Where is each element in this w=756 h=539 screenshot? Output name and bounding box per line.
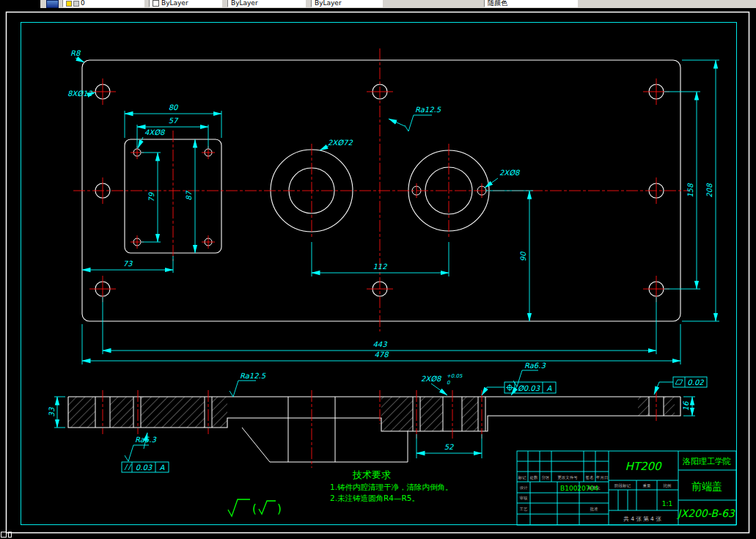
tolerance-upper: +0.05 (447, 373, 463, 379)
sheet-info: 共 4 张 第 4 张 (623, 516, 661, 522)
dim-text: 87 (185, 190, 193, 200)
sheet-border (7, 12, 749, 533)
dim-text: 80 (169, 103, 179, 111)
layer-combo-value: 0 (81, 0, 85, 7)
label-check: 审核 (520, 496, 529, 500)
linetype-combo[interactable]: ByLayer (227, 0, 306, 7)
dim-87: 87 (185, 139, 195, 253)
section-view: 33 16 52 2XØ8 +0.05 0 (48, 362, 707, 472)
drawing-number: JX200-B-63 (676, 507, 735, 519)
section-hatch (68, 397, 675, 431)
flatness-tolerance-frame: 0.02 (654, 377, 707, 395)
plotstyle-combo-value: 随颜色 (488, 0, 507, 7)
section-lower-boss (242, 428, 408, 462)
roughness-icon (125, 445, 149, 461)
dim-text: 33 (48, 407, 56, 417)
flatness-symbol-icon (675, 380, 683, 384)
label-4xd8: 4XØ8 (138, 128, 166, 148)
dim-text: 4XØ8 (144, 128, 166, 136)
dim-text: 208 (705, 183, 713, 198)
position-tolerance-frame: Ø0.03 A (482, 382, 556, 395)
dim-33: 33 (48, 397, 65, 428)
color-combo[interactable]: ByLayer (149, 0, 222, 7)
main-view: 80 57 4XØ8 79 87 7 (67, 48, 719, 364)
dim-text: 2XØ8 (421, 375, 442, 383)
dim-text: 443 (373, 340, 387, 348)
app-icon (46, 0, 59, 8)
roughness-icon (259, 501, 276, 514)
dim-text: 112 (373, 263, 387, 271)
cad-canvas[interactable]: 80 57 4XØ8 79 87 7 (0, 0, 756, 539)
label-approve: 批准 (590, 507, 599, 512)
position-symbol-icon (506, 384, 513, 392)
layer-state-icon (66, 1, 72, 7)
roughness-text: Ra6.3 (524, 362, 546, 370)
label-sign: 签名 (586, 475, 594, 480)
part-name: 前端盖 (691, 480, 722, 492)
general-roughness-mark: ( ) (228, 499, 282, 516)
roughness-ra125-section: Ra12.5 (230, 372, 266, 397)
dim-text: 73 (123, 260, 133, 268)
cad-application-window: 0 ByLayer ByLayer ByLayer 随颜色 (0, 0, 756, 539)
tech-req-line2: 2.未注铸造圆角R4—R5。 (330, 494, 419, 502)
roughness-text: Ra6.3 (135, 436, 156, 444)
toolbar-strip (40, 0, 756, 8)
dim-text: 478 (374, 351, 389, 359)
color-swatch (153, 0, 159, 7)
paren-close: ) (277, 502, 282, 516)
school-name: 洛阳理工学院 (682, 457, 731, 466)
designer-id: B10020704 (560, 485, 598, 492)
artifact-box-icon (1, 532, 7, 538)
title-block: 标记 处数 分区 更改文件号 签名 年月日 设计 审核 工艺 标准化 批准 B1… (517, 451, 736, 525)
roughness-text: Ra12.5 (240, 372, 266, 380)
dim-text: 90 (519, 251, 527, 261)
lineweight-combo[interactable]: ByLayer (311, 0, 383, 7)
label-process: 工艺 (520, 507, 529, 511)
screen-corner-artifact (1, 532, 12, 539)
dim-16: 16 (682, 397, 695, 416)
label-2xd72: 2XØ72 (320, 139, 353, 150)
tolerance-value: 0.02 (687, 378, 704, 386)
dim-73: 73 (82, 256, 173, 273)
roughness-ra63-left: Ra6.3 0.03 A (122, 433, 169, 472)
dim-text: 158 (686, 183, 694, 198)
technical-requirements: 技术要求 1.铸件内腔清理干净，清除内倒角。 2.未注铸造圆角R4—R5。 (330, 469, 453, 502)
label-zone: 分区 (542, 475, 551, 480)
dim-text: 52 (444, 443, 454, 451)
layer-combo[interactable]: 0 (62, 0, 144, 7)
plotstyle-combo[interactable]: 随颜色 (484, 0, 578, 7)
dim-112: 112 (312, 242, 449, 276)
linetype-combo-value: ByLayer (231, 0, 258, 7)
dim-158: 158 (664, 92, 700, 289)
layer-lock-icon (73, 1, 79, 7)
tolerance-value: 0.03 (136, 463, 153, 472)
color-combo-value: ByLayer (161, 0, 188, 7)
properties-toolbar: 0 ByLayer ByLayer ByLayer 随颜色 (0, 0, 756, 8)
datum-ref: A (547, 384, 552, 392)
paren-open: ( (252, 502, 257, 516)
label-weight: 重量 (643, 483, 652, 488)
dim-text: 57 (169, 117, 179, 125)
outer-border (7, 12, 749, 533)
label-date: 年月日 (596, 475, 609, 480)
dim-79: 79 (141, 153, 161, 242)
label-count: 处数 (530, 475, 539, 480)
roughness-icon (405, 115, 432, 131)
label-stage: 阶段标记 (614, 483, 631, 488)
label-r8: R8 (70, 49, 84, 62)
dim-90: 90 (486, 191, 533, 321)
tech-req-line1: 1.铸件内腔清理干净，清除内倒角。 (330, 483, 453, 491)
label-sec-2xd8: 2XØ8 +0.05 0 (421, 373, 463, 395)
dim-text: 79 (147, 191, 155, 202)
roughness-ra125-top: Ra12.5 (389, 106, 441, 131)
roughness-icon (230, 381, 256, 397)
roughness-text: Ra12.5 (415, 106, 441, 114)
scale-value: 1:1 (662, 500, 672, 507)
dim-text: 2XØ72 (328, 139, 353, 147)
label-2xd8: 2XØ8 (485, 169, 521, 188)
dim-text: 8XØ12 (67, 89, 92, 98)
label-8xd12: 8XØ12 (67, 89, 95, 98)
parallelism-symbol-icon (125, 464, 131, 470)
datum-ref: A (160, 463, 165, 472)
tolerance-value: Ø0.03 (518, 384, 540, 392)
